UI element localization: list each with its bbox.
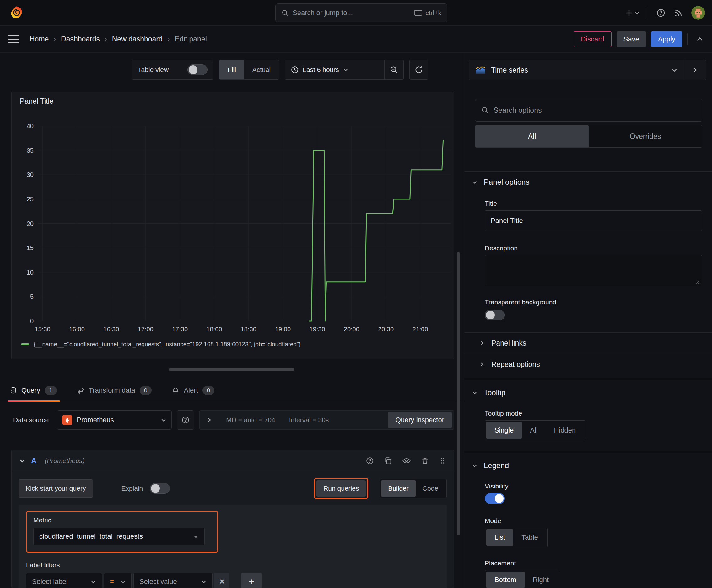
datasource-picker[interactable]: Prometheus [57,410,172,430]
code-option[interactable]: Code [416,480,445,497]
actual-option[interactable]: Actual [244,60,279,80]
explain-toggle[interactable] [150,483,170,494]
apply-button[interactable]: Apply [651,31,682,47]
section-legend[interactable]: Legend [472,461,509,470]
time-range-picker[interactable]: Last 6 hours [285,60,404,80]
panel-links-section[interactable]: Panel links [464,334,712,352]
description-textarea[interactable] [485,255,702,287]
panel-title[interactable]: Panel Title [20,97,53,106]
datasource-help-button[interactable] [177,410,194,430]
tooltip-mode-hidden[interactable]: Hidden [546,422,584,439]
chart-legend[interactable]: {__name__="cloudflared_tunnel_total_requ… [21,341,301,348]
legend-mode-switch: List Table [485,528,548,547]
chevron-down-icon [472,180,477,185]
svg-text:18:30: 18:30 [241,326,257,333]
svg-text:20:00: 20:00 [344,326,360,333]
zoom-out-time-button[interactable] [384,60,404,80]
breadcrumb-dashboards[interactable]: Dashboards [61,35,100,43]
panel-resize-handle[interactable] [169,368,295,371]
visualization-picker[interactable]: Time series [469,60,706,80]
news-icon[interactable] [674,8,683,18]
grafana-logo[interactable] [9,5,24,21]
help-button[interactable] [656,8,666,18]
query-header-actions [366,456,446,465]
select-value-dropdown[interactable]: Select value [133,573,213,588]
section-panel-options-label: Panel options [484,178,529,187]
drag-handle-icon[interactable] [439,457,446,465]
operator-dropdown[interactable]: = [104,573,132,588]
run-queries-button[interactable]: Run queries [317,480,366,497]
tab-alert[interactable]: Alert 0 [172,381,214,400]
explain-label: Explain [121,485,143,492]
vertical-scrollbar[interactable] [457,252,460,535]
query-datasource-hint: (Prometheus) [45,457,84,465]
eye-icon[interactable] [402,456,411,465]
legend-visibility-toggle[interactable] [485,493,505,504]
query-options-bar: MD = auto = 704 Interval = 30s Query ins… [199,410,454,430]
builder-option[interactable]: Builder [381,480,415,497]
global-search-input[interactable]: Search or jump to... ctrl+k [275,3,447,22]
tab-all[interactable]: All [475,125,589,147]
run-queries-highlight: Run queries [314,478,368,499]
placement-bottom[interactable]: Bottom [486,572,524,588]
repeat-options-section[interactable]: Repeat options [464,356,712,373]
chevron-down-icon[interactable] [19,458,25,464]
breadcrumb-home[interactable]: Home [29,35,49,43]
select-label-dropdown[interactable]: Select label [26,573,102,588]
query-editor-card: A (Prometheus) Kick start your query Exp… [11,450,454,588]
placement-right[interactable]: Right [524,572,557,588]
breadcrumb: Home › Dashboards › New dashboard › Edit… [29,35,207,43]
tab-overrides[interactable]: Overrides [589,125,702,147]
tooltip-mode-single[interactable]: Single [486,422,522,439]
tooltip-mode-all[interactable]: All [522,422,546,439]
trash-icon[interactable] [421,457,429,465]
legend-mode-list[interactable]: List [486,529,513,546]
panel-links-label: Panel links [491,339,526,348]
svg-text:16:30: 16:30 [103,326,119,333]
save-button[interactable]: Save [617,31,646,47]
legend-mode-table[interactable]: Table [513,529,546,546]
query-editor-header[interactable]: A (Prometheus) [12,450,454,471]
fill-option[interactable]: Fill [219,60,244,80]
search-shortcut: ctrl+k [425,9,441,17]
kick-start-button[interactable]: Kick start your query [19,479,93,498]
user-avatar[interactable] [691,6,705,20]
resize-corner-icon [695,279,700,284]
table-view-toggle[interactable] [188,64,208,75]
chevron-right-icon[interactable] [207,417,212,423]
time-series-chart[interactable]: 051015202530354015:3016:0016:3017:0017:3… [12,114,454,337]
help-icon[interactable] [366,457,374,465]
section-tooltip[interactable]: Tooltip [472,388,505,397]
query-inspector-button[interactable]: Query inspector [388,412,452,428]
label-filter-row: Select label = Select value ✕ + [26,573,439,588]
metric-value: cloudflared_tunnel_total_requests [39,532,143,541]
operator-value: = [110,578,114,586]
chevron-right-icon [479,362,484,367]
keyboard-icon [414,10,422,16]
add-filter-button[interactable]: + [241,573,261,588]
chevron-up-icon[interactable] [696,35,704,43]
transparent-background-toggle[interactable] [485,310,505,320]
chevron-right-icon [479,340,484,345]
explain-toggle-group: Explain [121,483,170,494]
visualization-name: Time series [491,66,528,75]
discard-button[interactable]: Discard [574,31,611,47]
alert-count-badge: 0 [202,386,215,395]
prometheus-icon [62,415,72,425]
duplicate-icon[interactable] [384,457,392,465]
section-panel-options[interactable]: Panel options [472,178,529,187]
breadcrumb-new-dashboard[interactable]: New dashboard [112,35,163,43]
legend-placement-switch: Bottom Right [485,570,559,588]
remove-filter-button[interactable]: ✕ [214,573,230,588]
tooltip-mode-switch: Single All Hidden [485,420,585,440]
svg-text:5: 5 [30,293,34,300]
tab-query[interactable]: Query 1 [9,381,57,400]
panel-title-input[interactable]: Panel Title [485,210,702,231]
viz-suggestions-button[interactable] [684,60,706,80]
metric-select[interactable]: cloudflared_tunnel_total_requests [33,528,205,545]
options-search-input[interactable]: Search options [475,99,702,122]
menu-toggle-icon[interactable] [8,35,19,43]
new-menu-button[interactable] [625,9,640,17]
tab-transform-data[interactable]: Transform data 0 [77,381,152,400]
refresh-button[interactable] [409,60,428,80]
